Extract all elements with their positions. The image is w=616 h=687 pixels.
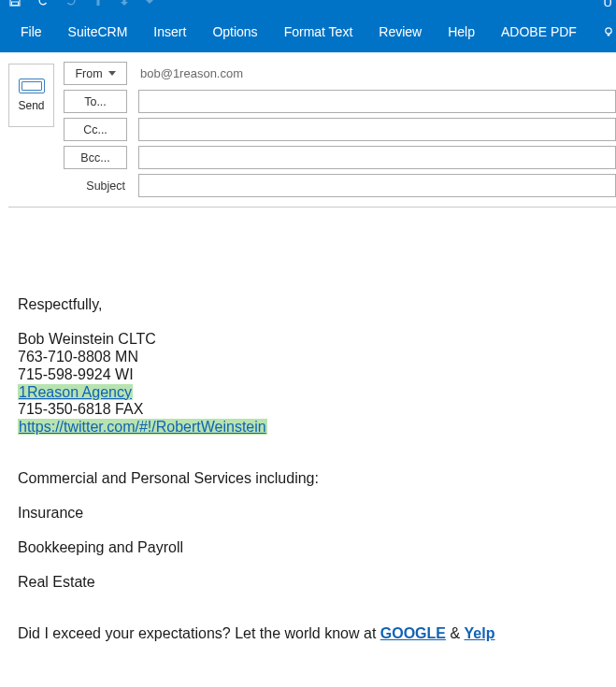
bcc-label: Bcc... xyxy=(80,151,109,165)
envelope-icon xyxy=(19,79,45,93)
lightbulb-icon xyxy=(603,26,614,37)
tab-format-text[interactable]: Format Text xyxy=(271,13,366,50)
from-value[interactable]: bob@1reason.com xyxy=(138,66,616,80)
sig-google-link[interactable]: GOOGLE xyxy=(380,625,446,641)
quick-access-toolbar: U xyxy=(0,0,616,11)
cc-label: Cc... xyxy=(83,123,107,136)
sig-yelp-link[interactable]: Yelp xyxy=(465,625,495,641)
tell-me-search[interactable]: Tell me wh xyxy=(590,13,616,50)
cc-input[interactable] xyxy=(138,118,616,141)
compose-header: Send From bob@1reason.com To... Cc... Bc… xyxy=(0,52,616,197)
sig-phone-wi: 715-598-9924 WI xyxy=(18,366,607,384)
sig-review-prefix: Did I exceed your expectations? Let the … xyxy=(18,625,380,641)
sig-twitter-link[interactable]: https://twitter.com/#!/RobertWeinstein xyxy=(18,419,267,435)
sig-phone-mn: 763-710-8808 MN xyxy=(18,349,607,366)
tab-file[interactable]: File xyxy=(7,13,55,50)
to-input[interactable] xyxy=(138,90,616,113)
svg-rect-5 xyxy=(608,35,610,36)
redo-icon[interactable] xyxy=(65,0,77,8)
sig-service-insurance: Insurance xyxy=(18,505,607,522)
sig-service-bookkeeping: Bookkeeping and Payroll xyxy=(18,539,607,557)
from-label: From xyxy=(75,67,102,80)
sig-agency-link[interactable]: 1Reason Agency xyxy=(18,384,133,400)
sig-greeting: Respectfully, xyxy=(18,296,607,314)
qat-dropdown-icon[interactable] xyxy=(146,0,153,7)
tab-suitecrm[interactable]: SuiteCRM xyxy=(55,13,141,50)
tab-options[interactable]: Options xyxy=(199,13,270,50)
tab-review[interactable]: Review xyxy=(365,13,435,50)
svg-point-4 xyxy=(606,28,611,34)
up-arrow-icon[interactable] xyxy=(93,0,103,8)
sig-name: Bob Weinstein CLTC xyxy=(18,331,607,349)
subject-label-text: Subject xyxy=(86,179,125,193)
sig-review-line: Did I exceed your expectations? Let the … xyxy=(18,625,607,643)
bcc-input[interactable] xyxy=(138,146,616,169)
sig-service-realestate: Real Estate xyxy=(18,574,607,592)
to-button[interactable]: To... xyxy=(64,90,127,113)
ribbon: File SuiteCRM Insert Options Format Text… xyxy=(0,11,616,52)
cc-button[interactable]: Cc... xyxy=(64,118,127,141)
title-truncated: U xyxy=(604,0,616,9)
send-button[interactable]: Send xyxy=(8,64,54,127)
to-label: To... xyxy=(84,95,107,108)
sig-fax: 715-350-6818 FAX xyxy=(18,401,607,419)
save-icon[interactable] xyxy=(9,0,21,8)
send-label: Send xyxy=(18,99,44,112)
sig-review-mid: & xyxy=(446,625,465,641)
tab-adobe-pdf[interactable]: ADOBE PDF xyxy=(488,13,590,50)
chevron-down-icon xyxy=(108,71,116,76)
message-body[interactable]: Respectfully, Bob Weinstein CLTC 763-710… xyxy=(8,207,616,687)
undo-icon[interactable] xyxy=(37,0,49,8)
bcc-button[interactable]: Bcc... xyxy=(64,146,127,169)
sig-services-header: Commercial and Personal Services includi… xyxy=(18,470,607,488)
down-arrow-icon[interactable] xyxy=(120,0,129,8)
tab-insert[interactable]: Insert xyxy=(140,13,199,50)
signature-block: Respectfully, Bob Weinstein CLTC 763-710… xyxy=(18,296,607,643)
tab-help[interactable]: Help xyxy=(435,13,488,50)
subject-input[interactable] xyxy=(138,174,616,197)
subject-label: Subject xyxy=(64,174,127,197)
svg-rect-2 xyxy=(12,2,19,6)
from-button[interactable]: From xyxy=(64,62,127,85)
